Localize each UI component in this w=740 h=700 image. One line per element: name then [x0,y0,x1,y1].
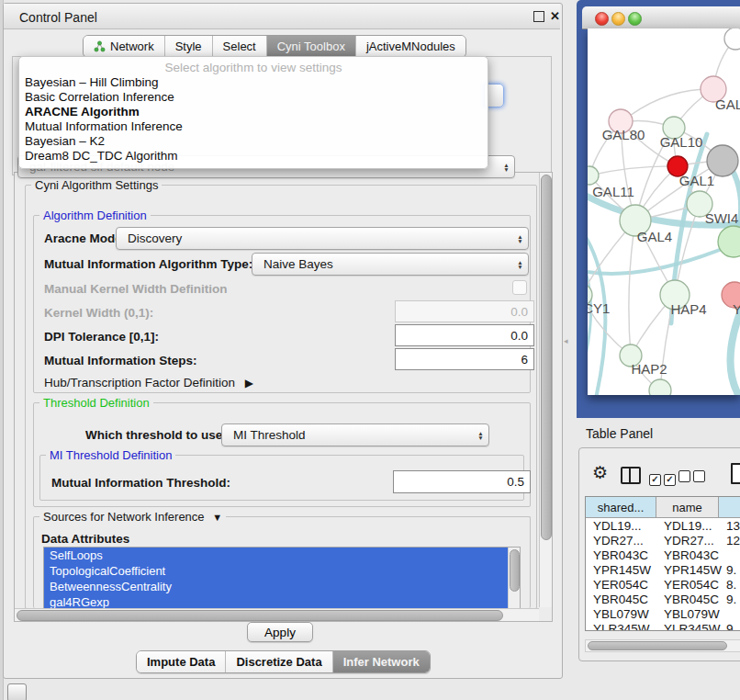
list-vscrollbar[interactable] [508,548,520,608]
table-cell[interactable]: YDR27... [586,533,656,548]
menu-item-aracne-algorithm[interactable]: ARACNE Algorithm [19,105,488,119]
dpi-tolerance-field[interactable]: 0.0 [395,324,534,346]
mi-steps-field[interactable]: 6 [395,348,534,370]
table-cell[interactable]: YBL079W [586,606,656,621]
node-bottom-partial[interactable] [649,379,671,395]
menu-item-basic-correlation-inference[interactable]: Basic Correlation Inference [19,90,488,105]
menu-item-dream8-dc-tdc-algorithm[interactable]: Dream8 DC_TDC Algorithm [19,149,488,164]
menu-item-bayesian-k2[interactable]: Bayesian – K2 [19,134,488,149]
which-threshold-combobox[interactable]: MI Threshold ▲▼ [221,423,489,446]
gear-icon[interactable]: ⚙ [592,462,608,483]
table-cell[interactable]: YBL079W [656,606,718,621]
table-row[interactable]: YLR345WYLR345W9. [586,621,740,630]
control-panel-tabs: NetworkStyleSelectCyni ToolboxjActiveMNo… [83,35,466,58]
data-attributes-list[interactable]: SelfLoopsTopologicalCoefficientBetweenne… [43,547,521,611]
splitter-handle[interactable]: ◂ [564,336,568,345]
attribute-item-selfloops[interactable]: SelfLoops [44,548,508,563]
split-columns-icon[interactable] [621,467,641,484]
hub-definition-label: Hub/Transcription Factor Definition [44,376,235,390]
table-row[interactable]: YPR145WYPR145W9. [586,562,740,577]
bottom-tab-impute-data-label: Impute Data [147,655,215,669]
bottom-tab-discretize-data[interactable]: Discretize Data [226,651,332,672]
table-panel-toolbar: ⚙ ✓✓ [579,448,740,494]
apply-button[interactable]: Apply [247,622,313,642]
bottom-tab-infer-network[interactable]: Infer Network [333,651,430,672]
column-header-2[interactable] [719,497,740,517]
network-canvas[interactable]: GALGAL80GAL10GAL1GAL11SWI4GAL4GCY1HAP4YH… [588,28,740,395]
table-row[interactable]: YBL079WYBL079W [586,606,740,621]
close-panel-icon[interactable]: ✕ [550,9,560,23]
table-cell[interactable] [719,548,740,562]
table-row[interactable]: YER054CYER054C8. [586,577,740,592]
table-cell[interactable]: YDR27... [656,533,718,548]
tab-cyni-toolbox[interactable]: Cyni Toolbox [267,36,356,57]
table-cell[interactable]: YBR043C [586,548,656,562]
table-cell[interactable]: YBR045C [586,592,656,606]
tab-network[interactable]: Network [84,36,165,57]
table-cell[interactable]: YPR145W [586,562,656,577]
table-cell[interactable]: 13 [719,518,740,533]
table-cell[interactable]: YER054C [656,577,718,592]
table-row[interactable]: YBR045CYBR045C9. [586,592,740,606]
settings-vscrollbar[interactable] [539,173,552,607]
settings-hscrollbar[interactable] [15,608,539,621]
tab-jactivemnodules[interactable]: jActiveMNodules [356,36,465,57]
table-cell[interactable] [719,606,740,621]
table-cell[interactable]: 9. [719,592,740,606]
column-header-name[interactable]: name [656,497,719,517]
aracne-mode-label: Aracne Mode: [44,231,126,245]
zoom-window-icon[interactable] [628,12,642,26]
table-hscrollbar[interactable] [585,639,740,652]
table-hscrollbar-thumb[interactable] [588,641,727,650]
menu-item-mutual-information-inference[interactable]: Mutual Information Inference [19,119,488,134]
table-cell[interactable]: YDL19... [656,518,718,533]
network-graph: GALGAL80GAL10GAL1GAL11SWI4GAL4GCY1HAP4YH… [588,28,740,395]
table-cell[interactable]: YLR345W [656,621,718,630]
settings-hscrollbar-thumb[interactable] [17,610,503,621]
table-row[interactable]: YDL19...YDL19...13 [586,518,740,533]
minimize-window-icon[interactable] [611,12,625,26]
aracne-mode-combobox[interactable]: Discovery ▲▼ [116,227,529,250]
mi-threshold-field[interactable]: 0.5 [393,470,531,493]
select-none-boxes-icon[interactable] [678,469,708,486]
float-window-icon[interactable] [533,11,544,22]
attribute-item-betweennesscentrality[interactable]: BetweennessCentrality [44,579,508,594]
column-header-shared[interactable]: shared... [586,497,656,517]
tab-style[interactable]: Style [165,36,213,57]
table-cell[interactable]: YPR145W [656,562,718,577]
attribute-item-topologicalcoefficient[interactable]: TopologicalCoefficient [44,563,508,579]
table-cell[interactable]: YER054C [586,577,656,592]
table-cell[interactable]: YBR043C [656,548,718,562]
bottom-tab-impute-data[interactable]: Impute Data [137,651,226,672]
aracne-mode-value: Discovery [117,231,512,245]
table-cell[interactable]: 12 [719,533,740,548]
node-unlabeled-top[interactable] [724,28,740,50]
menu-item-bayesian-hill-climbing[interactable]: Bayesian – Hill Climbing [19,75,488,90]
sources-group-title[interactable]: Sources for Network Inference ▼ [39,510,226,524]
settings-vscrollbar-thumb[interactable] [541,175,552,540]
node-gal11[interactable] [588,166,599,185]
table-cell[interactable]: 8. [719,577,740,592]
table-row[interactable]: YDR27...YDR27...12 [586,533,740,548]
kernel-width-field[interactable]: 0.0 [395,300,534,322]
table-cell[interactable]: YDL19... [586,518,656,533]
close-window-icon[interactable] [595,12,609,26]
tab-select[interactable]: Select [213,36,267,57]
node-unlabeled-gray[interactable] [707,145,738,176]
list-vscrollbar-thumb[interactable] [510,549,520,592]
document-icon[interactable] [731,463,740,484]
minimized-panel-icon[interactable] [7,683,27,700]
table-cell[interactable]: 9. [719,621,740,630]
network-window-titlebar[interactable] [582,6,740,29]
table-cell[interactable]: 9. [719,562,740,577]
node-unlabeled-big-green[interactable] [718,226,740,257]
table-row[interactable]: YBR043CYBR043C [586,548,740,562]
manual-kernel-checkbox[interactable] [512,280,527,295]
table-cell[interactable]: YBR045C [656,592,718,606]
select-all-checked-icon[interactable]: ✓✓ [649,469,678,486]
mi-type-combobox[interactable]: Naive Bayes ▲▼ [252,253,529,276]
hub-definition-toggle[interactable]: Hub/Transcription Factor Definition ▶ [44,376,253,390]
table-cell[interactable]: YLR345W [586,621,656,630]
expanded-arrow-icon: ▼ [212,512,222,523]
mi-threshold-label: Mutual Information Threshold: [51,476,230,490]
